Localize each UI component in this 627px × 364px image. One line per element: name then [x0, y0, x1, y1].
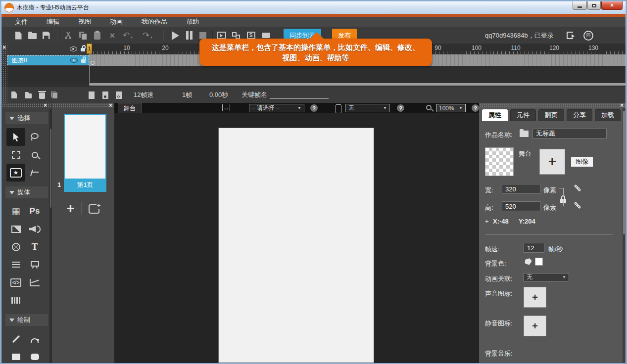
page-thumbnail[interactable]: 第1页	[64, 114, 106, 192]
timeline-scrollbar-thumb[interactable]	[89, 83, 626, 86]
insert-keyframe-button[interactable]	[102, 87, 108, 103]
new-file-button[interactable]	[12, 27, 24, 44]
add-mute-icon-button[interactable]: +	[524, 316, 546, 336]
tools-close-icon[interactable]: ×	[44, 103, 47, 109]
help-icon[interactable]: ?	[310, 104, 318, 112]
undo-button[interactable]: ↶▾	[120, 27, 135, 44]
page-label[interactable]: 第1页	[65, 179, 105, 191]
layers-lock-icon[interactable]	[81, 48, 85, 51]
playhead[interactable]: 1	[87, 44, 92, 54]
menu-file[interactable]: 文件	[15, 17, 28, 26]
tool-curve[interactable]	[25, 330, 44, 348]
keyframe-name-input[interactable]	[270, 87, 329, 103]
tool-text[interactable]: T	[25, 238, 44, 256]
work-folder-icon[interactable]	[520, 131, 529, 137]
tool-guides[interactable]	[25, 164, 44, 182]
paste-button[interactable]	[91, 27, 103, 44]
pages-drag-handle[interactable]: ×	[52, 103, 114, 107]
tool-rounded-rectangle[interactable]	[25, 348, 44, 363]
tools-scrollbar-thumb[interactable]	[50, 129, 51, 208]
height-link-icon[interactable]	[574, 201, 582, 209]
timeline-close-icon[interactable]: ×	[2, 44, 6, 51]
tab-share[interactable]: 分享	[567, 109, 592, 121]
layer-folder-button[interactable]	[25, 87, 32, 103]
props-scrollbar-thumb[interactable]	[623, 111, 625, 234]
tool-code[interactable]: </>	[6, 273, 25, 291]
props-drag-handle[interactable]: ×	[479, 103, 626, 107]
height-input[interactable]: 520	[502, 201, 540, 211]
duplicate-page-button[interactable]	[89, 204, 99, 214]
tool-image[interactable]	[6, 220, 25, 238]
copy-button[interactable]	[77, 27, 89, 44]
width-link-icon[interactable]	[574, 184, 582, 192]
tab-pageflip[interactable]: 翻页	[538, 109, 564, 121]
tab-components[interactable]: 元件	[510, 109, 536, 121]
add-page-button[interactable]: +	[67, 202, 75, 216]
tool-lasso[interactable]	[25, 128, 44, 146]
layers-visibility-icon[interactable]	[70, 46, 77, 51]
tab-loading[interactable]: 加载	[595, 109, 621, 121]
anim-link-dropdown[interactable]: 无▼	[524, 273, 569, 281]
tool-audio[interactable]	[25, 220, 44, 238]
tab-properties[interactable]: 属性	[482, 109, 508, 121]
tool-chart[interactable]	[25, 273, 44, 291]
timeline-drag-handle[interactable]	[1, 44, 7, 103]
help-icon[interactable]: ?	[397, 104, 404, 112]
new-layer-button[interactable]	[11, 87, 17, 103]
tool-transform[interactable]	[6, 146, 25, 164]
fps-input[interactable]: 12	[524, 243, 544, 253]
pages-close-icon[interactable]: ×	[109, 102, 112, 109]
fit-width-icon[interactable]: ↔	[222, 104, 230, 111]
menu-view[interactable]: 视图	[78, 17, 91, 26]
menu-my-works[interactable]: 我的作品	[142, 17, 167, 26]
menu-animation[interactable]: 动画	[110, 17, 123, 26]
layer-row[interactable]: 图层0	[7, 55, 89, 65]
tool-paragraph[interactable]	[6, 256, 25, 273]
tool-rectangle[interactable]	[6, 348, 25, 363]
add-sound-icon-button[interactable]: +	[524, 287, 546, 308]
duplicate-layer-button[interactable]	[51, 87, 57, 103]
tool-line[interactable]	[6, 330, 25, 348]
logout-button[interactable]	[563, 27, 576, 44]
menu-help[interactable]: 帮助	[186, 17, 199, 26]
save-button[interactable]	[40, 27, 52, 44]
props-scrollbar[interactable]	[623, 108, 626, 363]
insert-blank-keyframe-button[interactable]	[116, 87, 122, 103]
timeline-scrollbar[interactable]	[89, 83, 626, 86]
section-media[interactable]: 媒体	[5, 186, 48, 198]
tool-stage-select[interactable]: ★	[6, 164, 25, 182]
add-stage-image-button[interactable]: +	[539, 149, 565, 175]
layer-visibility-icon[interactable]	[70, 58, 78, 63]
open-button[interactable]	[26, 27, 38, 44]
tool-select-arrow[interactable]	[6, 128, 25, 146]
tools-drag-handle[interactable]: ×	[1, 103, 52, 107]
cut-button[interactable]	[62, 27, 74, 44]
insert-frame-button[interactable]	[89, 87, 95, 103]
delete-layer-button[interactable]	[39, 87, 45, 103]
sync-refresh-button[interactable]: 同	[581, 27, 595, 44]
tool-presentation[interactable]	[25, 256, 44, 273]
paint-bucket-icon[interactable]	[524, 258, 532, 266]
delete-button[interactable]: ×	[106, 27, 118, 44]
element-select-dropdown[interactable]: – 请选择 –▼	[249, 104, 304, 112]
minimize-button[interactable]	[573, 1, 587, 10]
close-button[interactable]: ×	[601, 1, 623, 10]
tool-zoom[interactable]	[25, 146, 44, 164]
image-button[interactable]: 图像	[571, 157, 593, 167]
pause-button[interactable]	[183, 27, 195, 44]
maximize-button[interactable]	[587, 1, 601, 10]
tool-filmstrip[interactable]	[6, 291, 25, 309]
stage-tab[interactable]: 舞台	[118, 103, 142, 113]
section-select[interactable]: 选择	[5, 112, 48, 124]
zoom-dropdown[interactable]: 100%▼	[436, 104, 466, 112]
redo-button[interactable]: ↷▾	[140, 27, 155, 44]
tool-video[interactable]	[6, 238, 25, 256]
layer-lock-icon[interactable]	[81, 59, 86, 63]
tool-library[interactable]: ▦	[6, 202, 25, 220]
section-draw[interactable]: 绘制	[5, 314, 48, 326]
tool-photoshop[interactable]: Ps	[25, 202, 44, 220]
play-button[interactable]	[169, 27, 182, 44]
menu-edit[interactable]: 编辑	[47, 17, 59, 26]
help-icon[interactable]: ?	[472, 104, 479, 112]
stage-canvas[interactable]	[218, 128, 374, 363]
